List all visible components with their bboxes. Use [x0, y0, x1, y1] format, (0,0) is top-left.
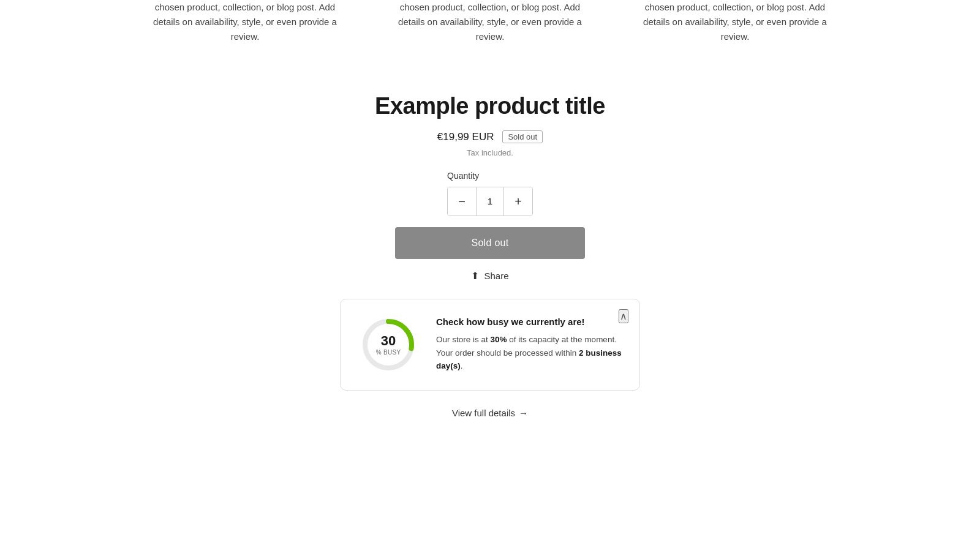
busy-desc-part3: .	[461, 361, 463, 370]
product-title: Example product title	[375, 93, 605, 119]
top-col-3-text: chosen product, collection, or blog post…	[643, 2, 827, 42]
share-label: Share	[484, 271, 508, 281]
gauge-sub: % BUSY	[376, 349, 401, 356]
share-link[interactable]: ⬆ Share	[471, 270, 508, 282]
tax-included-text: Tax included.	[467, 148, 513, 157]
quantity-label: Quantity	[447, 171, 479, 181]
busy-description: Our store is at 30% of its capacity at t…	[436, 333, 622, 373]
quantity-decrease-button[interactable]: −	[448, 187, 476, 216]
busy-card-collapse-button[interactable]: ∧	[619, 309, 628, 323]
busy-desc-bold1: 30%	[491, 335, 507, 344]
top-col-3: chosen product, collection, or blog post…	[612, 0, 858, 44]
top-description-section: chosen product, collection, or blog post…	[0, 0, 980, 44]
top-col-2-text: chosen product, collection, or blog post…	[398, 2, 582, 42]
arrow-right-icon: →	[519, 408, 528, 418]
busy-content: Check how busy we currently are! Our sto…	[436, 317, 622, 373]
gauge-number: 30	[376, 333, 401, 349]
product-price: €19,99 EUR	[437, 131, 494, 143]
top-col-2: chosen product, collection, or blog post…	[368, 0, 612, 44]
price-row: €19,99 EUR Sold out	[437, 130, 543, 143]
busy-card-title: Check how busy we currently are!	[436, 317, 622, 327]
view-full-details-link[interactable]: View full details →	[452, 408, 528, 418]
quantity-value: 1	[476, 187, 504, 216]
busy-card: ∧ 30 % BUSY Check how busy we currently …	[340, 299, 640, 391]
busy-desc-part1: Our store is at	[436, 335, 491, 344]
sold-out-button: Sold out	[395, 227, 585, 259]
quantity-control: − 1 +	[447, 187, 533, 216]
gauge-widget: 30 % BUSY	[358, 314, 419, 375]
gauge-label: 30 % BUSY	[376, 333, 401, 356]
quantity-increase-button[interactable]: +	[504, 187, 532, 216]
view-details-label: View full details	[452, 408, 515, 418]
quantity-section: Quantity − 1 +	[447, 171, 533, 216]
top-col-1-text: chosen product, collection, or blog post…	[153, 2, 337, 42]
sold-out-badge: Sold out	[502, 130, 543, 143]
top-col-1: chosen product, collection, or blog post…	[123, 0, 368, 44]
share-icon: ⬆	[471, 270, 479, 282]
product-section: Example product title €19,99 EUR Sold ou…	[0, 93, 980, 455]
